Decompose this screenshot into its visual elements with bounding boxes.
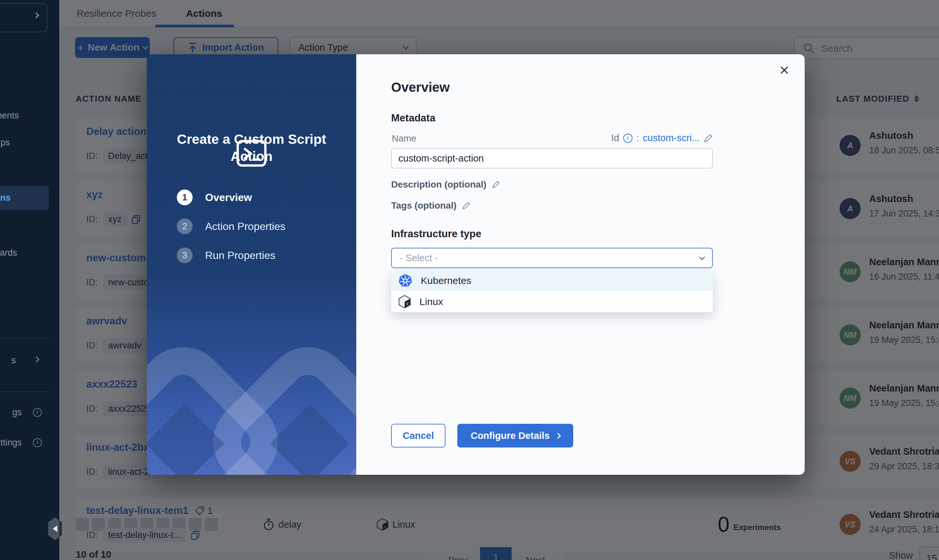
chevron-down-icon	[699, 254, 705, 260]
project-selector[interactable]	[0, 3, 48, 32]
close-icon[interactable]: ✕	[779, 64, 789, 77]
sidebar-item-label: gs	[12, 407, 22, 417]
sidebar-item-label: ards	[0, 248, 17, 258]
tags-row[interactable]: Tags (optional)	[391, 200, 470, 211]
sidebar-divider	[0, 392, 50, 392]
cancel-button[interactable]: Cancel	[391, 424, 446, 448]
modal-title: Create a Custom Script Action	[174, 131, 329, 165]
step-label: Run Properties	[205, 249, 275, 262]
name-field-label: Name	[392, 133, 416, 144]
sidebar-item[interactable]: ps	[0, 132, 10, 153]
edit-pencil-icon[interactable]	[492, 180, 500, 189]
step-number: 1	[177, 189, 193, 205]
sidebar-item[interactable]: ards	[0, 242, 17, 263]
id-label: Id	[611, 132, 619, 143]
chevron-right-icon	[33, 356, 39, 362]
sidebar-item[interactable]: ments	[0, 105, 19, 126]
create-custom-script-action-modal: Create a Custom Script Action 1 Overview…	[147, 54, 805, 475]
sidebar-item[interactable]: s	[12, 349, 39, 371]
sidebar-item-label: ments	[0, 111, 19, 121]
kubernetes-icon	[398, 274, 412, 288]
dropdown-option[interactable]: $ Linux	[391, 291, 713, 312]
info-icon[interactable]: i	[623, 134, 632, 143]
name-field[interactable]	[391, 148, 713, 168]
infrastructure-dropdown-menu: $ Kubernetes $	[391, 270, 713, 312]
id-cluster: Id i : custom-scri...	[611, 132, 713, 143]
metadata-heading: Metadata	[391, 112, 435, 124]
sidebar-divider	[0, 338, 50, 338]
select-placeholder: - Select -	[400, 253, 438, 263]
sidebar-item-label: ps	[0, 137, 10, 148]
description-row[interactable]: Description (optional)	[391, 179, 500, 190]
info-icon: i	[33, 438, 42, 447]
chevron-right-icon	[555, 433, 561, 438]
sidebar-item-label: ettings	[0, 438, 22, 448]
modal-form-panel: ✕ Overview Metadata Name Id i : custom-s…	[356, 54, 805, 475]
info-icon: i	[33, 408, 42, 417]
wizard-step[interactable]: 1 Overview	[177, 186, 346, 208]
dropdown-option-label: Kubernetes	[421, 275, 471, 286]
edit-pencil-icon[interactable]	[704, 134, 713, 143]
edit-pencil-icon[interactable]	[462, 202, 470, 210]
step-number: 3	[177, 248, 193, 263]
infrastructure-type-heading: Infrastructure type	[391, 228, 481, 240]
wizard-step[interactable]: 2 Action Properties	[177, 215, 346, 237]
step-label: Action Properties	[205, 220, 285, 232]
sidebar-item[interactable]: ns	[0, 187, 11, 209]
svg-text:$: $	[406, 302, 408, 306]
sidebar-item[interactable]: gs i	[12, 402, 42, 423]
step-label: Overview	[205, 191, 252, 204]
id-value-link[interactable]: custom-scri...	[643, 132, 700, 143]
app-root: ments ps ns ards s	[0, 0, 939, 560]
step-number: 2	[177, 218, 193, 234]
wizard-steps: 1 Overview 2 Action Properties 3 Run Pro…	[177, 186, 346, 274]
dropdown-option[interactable]: $ Kubernetes	[391, 270, 713, 291]
overview-heading: Overview	[391, 80, 450, 95]
left-nav-sidebar: ments ps ns ards s	[0, 0, 59, 560]
linux-cube-icon: $	[398, 295, 411, 309]
description-label: Description (optional)	[391, 179, 486, 190]
sidebar-item[interactable]: ettings i	[0, 432, 42, 453]
configure-details-button[interactable]: Configure Details	[457, 424, 573, 448]
chevron-right-icon	[33, 12, 39, 18]
sidebar-item-label: ns	[0, 193, 11, 203]
tags-label: Tags (optional)	[391, 200, 456, 211]
wizard-step[interactable]: 3 Run Properties	[177, 245, 346, 266]
sidebar-item-label: s	[12, 355, 16, 366]
dropdown-option-label: Linux	[419, 296, 443, 307]
chevron-left-icon	[49, 525, 57, 532]
modal-wizard-panel: Create a Custom Script Action 1 Overview…	[147, 54, 356, 475]
infrastructure-type-select[interactable]: - Select -	[391, 248, 713, 268]
configure-details-label: Configure Details	[470, 430, 549, 441]
brand-watermark	[147, 320, 356, 475]
